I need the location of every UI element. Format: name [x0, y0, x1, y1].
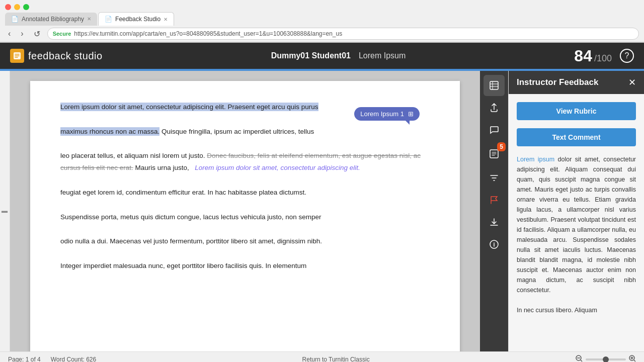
- tab-favicon: 📄: [105, 16, 112, 23]
- student-name: Dummy01 Student01: [271, 51, 351, 60]
- panel-header: Instructor Feedback ✕: [509, 71, 644, 94]
- status-center: Return to Turnitin Classic: [302, 356, 370, 363]
- reload-button[interactable]: ↺: [31, 28, 43, 40]
- score-badge: 5: [497, 142, 506, 151]
- annotation-label: Lorem Ipsum 1: [360, 110, 404, 118]
- logo-text: feedback studio: [28, 50, 103, 62]
- svg-line-5: [581, 360, 582, 361]
- tab-favicon: 📄: [11, 16, 19, 23]
- download-button[interactable]: [484, 212, 505, 233]
- panel-content: View Rubric Text Comment Lorem ipsum dol…: [509, 94, 644, 351]
- share-button[interactable]: [484, 97, 505, 118]
- zoom-controls: [576, 355, 636, 362]
- forward-button[interactable]: ›: [18, 28, 26, 39]
- layers-button[interactable]: [484, 75, 505, 96]
- highlight-1: Lorem ipsum dolor sit amet, consectetur …: [60, 103, 318, 111]
- highlight-2: maximus rhoncus non ac massa.: [60, 127, 159, 136]
- view-rubric-button[interactable]: View Rubric: [517, 102, 636, 120]
- flag-button[interactable]: [484, 190, 505, 211]
- toggle-icon: ▐: [0, 207, 10, 215]
- comment-button[interactable]: [484, 119, 505, 140]
- tab-feedback-studio[interactable]: 📄 Feedback Studio ✕: [98, 12, 174, 26]
- tab-bar: 📄 Annotated Bibliography ✕ 📄 Feedback St…: [0, 12, 644, 26]
- logo-area: feedback studio: [10, 49, 103, 63]
- panel-close-button[interactable]: ✕: [628, 77, 636, 88]
- score-number: 84: [574, 47, 592, 65]
- italic-comment: Lorem ipsum dolor sit amet, consectetur …: [195, 164, 360, 171]
- info-button[interactable]: [484, 234, 505, 255]
- address-bar[interactable]: Secure https://ev.turnitin.com/app/carta…: [47, 28, 639, 40]
- zoom-out-button[interactable]: [576, 355, 583, 362]
- minimize-dot[interactable]: [14, 4, 20, 10]
- back-button[interactable]: ‹: [5, 28, 14, 39]
- left-panel-toggle[interactable]: ▐: [0, 71, 10, 351]
- word-count: Word Count: 626: [51, 356, 97, 363]
- comment-link: Lorem ipsum: [517, 156, 554, 163]
- status-left: Page: 1 of 4 Word Count: 626: [8, 356, 96, 363]
- text-comment-button[interactable]: Text Comment: [517, 128, 636, 146]
- svg-rect-1: [490, 81, 498, 89]
- tab-label: Feedback Studio: [115, 16, 160, 23]
- main-layout: ▐ Lorem Ipsum 1 ⊞ Lorem ipsum dolor sit …: [0, 71, 644, 351]
- header-right: 84 /100 ?: [574, 47, 634, 65]
- annotation-bubble[interactable]: Lorem Ipsum 1 ⊞: [354, 107, 420, 121]
- page-info: Page: 1 of 4: [8, 356, 41, 363]
- zoom-handle: [603, 356, 609, 363]
- tab-label: Annotated Bibliography: [22, 16, 84, 23]
- browser-chrome: 📄 Annotated Bibliography ✕ 📄 Feedback St…: [0, 0, 644, 43]
- status-bar: Page: 1 of 4 Word Count: 626 Return to T…: [0, 351, 644, 362]
- assignment-name: Lorem Ipsum: [359, 51, 406, 60]
- score-badge-container: 5: [484, 143, 505, 164]
- filter-button[interactable]: [484, 167, 505, 189]
- instructor-feedback-panel: Instructor Feedback ✕ View Rubric Text C…: [508, 71, 644, 351]
- close-dot[interactable]: [5, 4, 11, 10]
- score-display: 84 /100: [574, 47, 612, 65]
- tab-annotated-bibliography[interactable]: 📄 Annotated Bibliography ✕: [5, 13, 97, 26]
- right-toolbar: 5: [480, 71, 508, 351]
- secure-badge: Secure: [53, 31, 71, 37]
- document-page: Lorem Ipsum 1 ⊞ Lorem ipsum dolor sit am…: [30, 81, 460, 351]
- comment-text: Lorem ipsum dolor sit amet, consectetur …: [517, 154, 636, 315]
- document-area: Lorem Ipsum 1 ⊞ Lorem ipsum dolor sit am…: [10, 71, 480, 351]
- annotation-grid-icon: ⊞: [408, 110, 414, 118]
- svg-line-8: [634, 360, 635, 361]
- return-to-classic-link[interactable]: Return to Turnitin Classic: [302, 356, 370, 363]
- logo-icon: [10, 49, 24, 63]
- zoom-in-button[interactable]: [629, 355, 636, 362]
- traffic-lights: [0, 0, 644, 12]
- panel-title: Instructor Feedback: [517, 77, 599, 87]
- score-denom: /100: [594, 53, 612, 64]
- maximize-dot[interactable]: [23, 4, 29, 10]
- app-header: feedback studio Dummy01 Student01 Lorem …: [0, 43, 644, 69]
- tab-close-icon[interactable]: ✕: [87, 16, 91, 22]
- zoom-slider[interactable]: [586, 358, 626, 360]
- document-text: Lorem ipsum dolor sit amet, consectetur …: [60, 101, 430, 272]
- header-center: Dummy01 Student01 Lorem Ipsum: [271, 51, 406, 60]
- tab-close-icon[interactable]: ✕: [164, 17, 168, 22]
- status-right: [576, 355, 636, 362]
- url-text: https://ev.turnitin.com/app/carta/en_us?…: [74, 30, 342, 37]
- help-button[interactable]: ?: [620, 49, 634, 63]
- address-bar-row: ‹ › ↺ Secure https://ev.turnitin.com/app…: [0, 26, 644, 42]
